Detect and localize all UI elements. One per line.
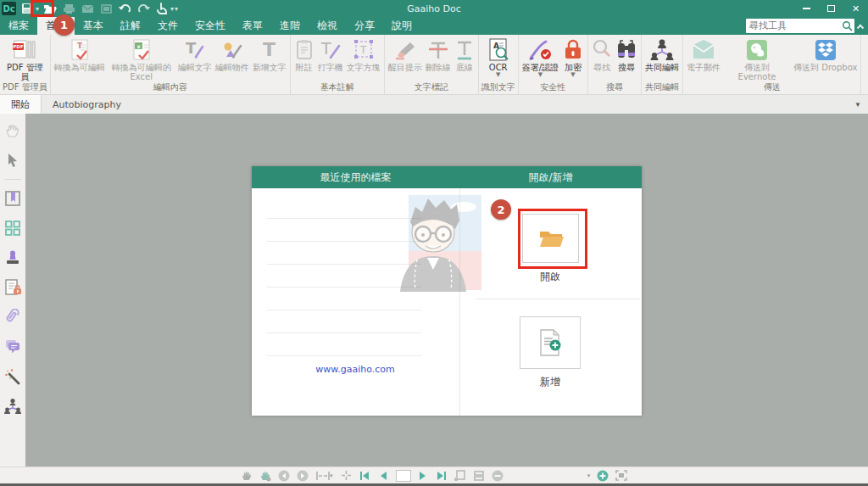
menu-tab-advanced[interactable]: 進階 (271, 17, 309, 35)
gaaiho-website-link[interactable]: www.gaaiho.com (296, 364, 415, 375)
comments-panel-button[interactable] (2, 336, 24, 358)
attachments-panel-button[interactable] (2, 306, 24, 328)
zoom-level-dropdown-caret[interactable]: ▾ (587, 472, 591, 479)
menu-tab-share[interactable]: 分享 (346, 17, 383, 35)
open-file-button[interactable] (522, 214, 579, 263)
select-tool-button[interactable] (2, 149, 24, 171)
highlight-button[interactable]: 醒目提示 (387, 36, 423, 72)
print-preview-icon (100, 3, 113, 14)
undo-button[interactable] (117, 1, 132, 16)
document-tab-bar: 開始 Autobiography ▼ (0, 95, 868, 114)
encrypt-button[interactable]: 加密 ▼ (561, 36, 585, 78)
zoom-slider[interactable] (510, 475, 581, 476)
typewriter-label: 打字機 (318, 63, 343, 72)
touch-mode-dropdown-caret[interactable]: ▾ (170, 5, 174, 13)
recent-file-thumbnail[interactable]: www.gaaiho.com (252, 188, 459, 416)
doc-tab-autobiography[interactable]: Autobiography (42, 95, 132, 114)
print-button[interactable] (61, 1, 76, 16)
search-icon[interactable] (842, 20, 853, 31)
typewriter-button[interactable]: T 打字機 (317, 36, 344, 72)
edit-text-button[interactable]: T 編輯文字 (177, 36, 213, 72)
search-button[interactable]: 搜尋 (615, 36, 638, 72)
customize-quick-access-caret[interactable]: ▾ (175, 5, 178, 13)
menu-tab-view[interactable]: 檢視 (309, 17, 346, 35)
hand-tool-button[interactable] (2, 120, 24, 142)
menu-tab-form[interactable]: 表單 (234, 17, 271, 35)
ocr-button[interactable]: A OCR ▼ (485, 36, 512, 78)
save-dropdown-caret[interactable]: ▾ (36, 5, 39, 13)
last-page-button[interactable] (436, 469, 448, 483)
pan-zoom-mode-button[interactable] (259, 469, 272, 483)
app-logo[interactable]: Dc (2, 2, 16, 15)
strikeout-button[interactable]: 刪除線 (425, 36, 452, 72)
ribbon-group-label: 編輯內容 (53, 81, 287, 94)
redo-button[interactable] (136, 1, 151, 16)
print-preview-button[interactable] (98, 1, 114, 16)
new-file-button[interactable] (520, 316, 581, 369)
close-button[interactable]: ✕ (843, 0, 868, 17)
title-bar: Dc ▾ ▾ ▾ Gaaiho Doc ✕ (0, 0, 868, 17)
send-dropbox-button[interactable]: 傳送到 Dropbox (793, 36, 858, 72)
maximize-button[interactable] (819, 0, 843, 17)
full-screen-button[interactable] (615, 469, 627, 483)
next-page-button[interactable] (417, 469, 430, 483)
doc-tab-start[interactable]: 開始 (0, 95, 42, 114)
edit-object-icon (221, 37, 243, 63)
previous-page-button[interactable] (377, 469, 390, 483)
send-email-button[interactable]: 電子郵件 (686, 36, 721, 72)
text-box-button[interactable]: T 文字方塊 (346, 36, 381, 72)
menu-tab-security[interactable]: 安全性 (186, 17, 234, 35)
pan-mode-button[interactable] (241, 469, 253, 483)
stamps-panel-button[interactable] (2, 247, 24, 269)
touch-mode-button[interactable] (154, 1, 170, 16)
save-button[interactable] (19, 1, 35, 16)
page-thumbnails-panel-button[interactable] (2, 217, 24, 239)
pdf-manager-button[interactable]: PDF PDF 管理員 (4, 36, 45, 81)
minimize-button[interactable] (794, 0, 819, 17)
menu-tab-help[interactable]: 說明 (383, 17, 420, 35)
find-button[interactable]: 尋找 (591, 36, 613, 72)
page-number-input[interactable] (396, 470, 411, 482)
send-evernote-button[interactable]: 傳送到 Evernote (723, 36, 791, 81)
open-button[interactable] (42, 1, 58, 16)
convert-editable-button[interactable]: T 轉換為可編輯 (53, 36, 106, 72)
sign-certify-button[interactable]: 簽署/認證 ▼ (521, 36, 559, 78)
coedit-button[interactable]: 共同編輯 (644, 36, 680, 72)
convert-editable-icon: T (69, 37, 91, 63)
open-folder-icon (43, 3, 58, 14)
fit-visible-button[interactable] (340, 469, 353, 483)
search-input[interactable] (746, 20, 842, 31)
collapse-ribbon-caret[interactable] (858, 21, 866, 30)
convert-excel-button[interactable]: x 轉換為可編輯的 Excel (108, 36, 175, 81)
coedit-people-icon (649, 37, 675, 63)
underline-button[interactable]: 底線 (453, 36, 476, 72)
single-page-view-button[interactable] (454, 469, 467, 483)
continuous-view-button[interactable] (473, 469, 486, 483)
magic-wand-button[interactable] (2, 366, 24, 388)
menu-tab-document[interactable]: 文件 (149, 17, 186, 35)
bookmarks-panel-button[interactable] (2, 187, 24, 209)
coedit-panel-button[interactable] (2, 395, 24, 417)
email-button[interactable] (80, 1, 95, 16)
menu-tab-home[interactable]: 首頁 (37, 17, 75, 35)
next-view-button[interactable] (297, 469, 309, 483)
first-page-button[interactable] (359, 469, 371, 483)
edit-object-button[interactable]: 編輯物件 (214, 36, 250, 72)
fit-width-button[interactable]: ▾ (315, 469, 334, 483)
note-button[interactable]: 附註 (293, 36, 315, 72)
sidebar-divider (4, 179, 21, 180)
find-label: 尋找 (593, 63, 610, 72)
zoom-out-button[interactable] (492, 469, 504, 483)
ocr-dropdown-caret: ▼ (496, 72, 500, 78)
tab-list-dropdown-caret[interactable]: ▼ (851, 95, 865, 114)
quick-access-toolbar: Dc ▾ ▾ ▾ (0, 1, 178, 16)
menu-tab-file[interactable]: 檔案 (0, 17, 37, 35)
previous-view-button[interactable] (278, 469, 291, 483)
open-folder-icon (537, 228, 565, 249)
send-email-label: 電子郵件 (687, 63, 721, 72)
menu-tab-comment[interactable]: 註解 (112, 17, 149, 35)
zoom-in-button[interactable] (596, 469, 609, 483)
add-text-button[interactable]: T 新增文字 (252, 36, 287, 72)
menu-tab-basic[interactable]: 基本 (75, 17, 112, 35)
secured-document-panel-button[interactable] (2, 277, 24, 299)
